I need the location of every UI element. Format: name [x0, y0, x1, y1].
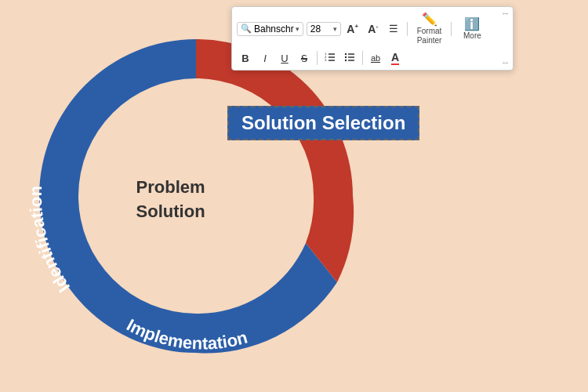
font-color-button[interactable]: A — [387, 49, 404, 67]
more-label: More — [463, 31, 481, 41]
separator2 — [451, 22, 452, 36]
separator1 — [407, 22, 408, 36]
font-family-selector[interactable]: 🔍 Bahnschr ▾ — [237, 22, 303, 36]
svg-point-9 — [345, 53, 347, 54]
svg-point-10 — [345, 56, 347, 57]
format-painter-button[interactable]: ✏️ FormatPainter — [412, 10, 447, 47]
toolbar-row1: 🔍 Bahnschr ▾ 28 ▾ A+ A- ☰ ✏️ FormatPaint… — [237, 10, 508, 49]
center-text: Problem Solution — [136, 176, 205, 224]
font-size-display: 28 — [310, 24, 333, 34]
svg-text:3.: 3. — [325, 58, 327, 62]
font-name-display: Bahnschr — [254, 24, 294, 34]
underline-text-button[interactable]: ab — [367, 49, 384, 67]
separator3 — [317, 51, 318, 65]
strikethrough-button[interactable]: S̶ — [296, 49, 313, 67]
more-button[interactable]: ℹ️ More — [456, 15, 488, 42]
bold-icon: B — [241, 53, 249, 64]
increase-font-button[interactable]: A+ — [344, 20, 361, 38]
more-icon: ℹ️ — [464, 16, 480, 31]
align-icon: ☰ — [389, 23, 398, 34]
font-dropdown-arrow: ▾ — [296, 25, 299, 33]
font-size-dropdown-arrow: ▾ — [333, 25, 337, 33]
italic-button[interactable]: I — [256, 49, 274, 67]
separator4 — [362, 51, 363, 65]
font-size-selector[interactable]: 28 ▾ — [307, 22, 341, 36]
increase-font-icon: A+ — [347, 23, 358, 35]
ab-underline-icon: ab — [371, 53, 380, 63]
decrease-font-button[interactable]: A- — [365, 20, 382, 38]
underline-button[interactable]: U — [276, 49, 293, 67]
strikethrough-icon: S̶ — [301, 53, 307, 64]
format-painter-label: FormatPainter — [417, 27, 442, 45]
toolbar-row2: B I U S̶ 1.2.3. ab A — [237, 49, 508, 67]
align-button[interactable]: ☰ — [385, 20, 402, 38]
unordered-list-icon — [344, 52, 355, 65]
selected-text-content: Solution Selection — [241, 112, 405, 133]
ordered-list-icon: 1.2.3. — [325, 52, 336, 65]
selected-text-box[interactable]: Solution Selection — [227, 106, 419, 140]
center-line2: Solution — [136, 201, 205, 221]
underline-icon: U — [281, 53, 288, 64]
ordered-list-button[interactable]: 1.2.3. — [321, 49, 339, 67]
svg-point-11 — [345, 59, 347, 60]
center-line1: Problem — [136, 177, 205, 197]
decrease-font-icon: A- — [368, 23, 378, 35]
formatting-toolbar: ⤢ 🔍 Bahnschr ▾ 28 ▾ A+ A- ☰ ✏️ FormatPai… — [231, 6, 514, 71]
font-search-icon: 🔍 — [241, 24, 252, 34]
font-color-icon: A — [391, 51, 399, 65]
unordered-list-button[interactable] — [341, 49, 358, 67]
format-painter-icon: ✏️ — [422, 12, 437, 27]
bold-button[interactable]: B — [237, 49, 254, 67]
italic-icon: I — [263, 53, 267, 64]
